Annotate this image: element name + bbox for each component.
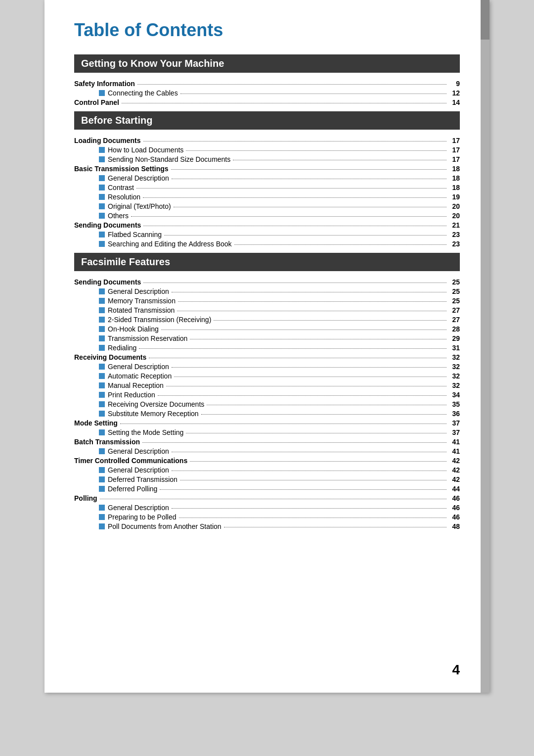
bullet-icon bbox=[99, 232, 105, 237]
bullet-icon bbox=[99, 429, 105, 435]
page-num: 31 bbox=[449, 344, 460, 352]
toc-entry-label: Preparing to be Polled bbox=[99, 513, 449, 521]
toc-entry: Mode Setting37 bbox=[74, 419, 460, 427]
toc-entry: On-Hook Dialing28 bbox=[74, 325, 460, 333]
bullet-icon bbox=[99, 326, 105, 332]
scrollbar-thumb[interactable] bbox=[481, 0, 490, 40]
entry-text: Rotated Transmission bbox=[108, 306, 175, 314]
page-num: 18 bbox=[449, 184, 460, 191]
dot-leader bbox=[190, 461, 446, 462]
bullet-icon bbox=[99, 392, 105, 398]
dot-leader bbox=[100, 499, 446, 499]
bullet-icon bbox=[99, 373, 105, 379]
entry-text: Print Reduction bbox=[108, 391, 155, 399]
toc-entry-label: Safety Information bbox=[74, 80, 449, 88]
bullet-icon bbox=[99, 335, 105, 341]
page-num: 36 bbox=[449, 410, 460, 418]
page-num: 17 bbox=[449, 146, 460, 154]
page-num: 41 bbox=[449, 438, 460, 446]
entry-text: Transmission Reservation bbox=[108, 334, 187, 342]
entry-text: Basic Transmission Settings bbox=[74, 165, 169, 173]
page-num: 32 bbox=[449, 381, 460, 389]
toc-entry: Setting the Mode Setting37 bbox=[74, 428, 460, 436]
dot-leader bbox=[233, 160, 446, 160]
page-num: 42 bbox=[449, 457, 460, 465]
toc-entry: Polling46 bbox=[74, 494, 460, 502]
toc-entry: General Description42 bbox=[74, 466, 460, 474]
toc-entry-label: Control Panel bbox=[74, 98, 449, 106]
dot-leader bbox=[186, 150, 446, 151]
page-num: 42 bbox=[449, 466, 460, 474]
toc-entry: Connecting the Cables12 bbox=[74, 89, 460, 97]
section-header-getting-to-know: Getting to Know Your Machine bbox=[74, 54, 460, 73]
dot-leader bbox=[143, 226, 446, 226]
toc-entry: How to Load Documents17 bbox=[74, 146, 460, 154]
page-num: 37 bbox=[449, 428, 460, 436]
entry-text: Contrast bbox=[108, 184, 134, 191]
toc-entry-label: General Description bbox=[99, 466, 449, 474]
entry-text: Manual Reception bbox=[108, 381, 164, 389]
toc-entry-label: Transmission Reservation bbox=[99, 334, 449, 342]
toc-entry: Memory Transmission25 bbox=[74, 297, 460, 305]
dot-leader bbox=[171, 169, 446, 170]
toc-entry-label: General Description bbox=[99, 447, 449, 455]
page-num: 28 bbox=[449, 325, 460, 333]
entry-text: Sending Documents bbox=[74, 278, 141, 286]
scrollbar[interactable] bbox=[481, 0, 490, 693]
toc-entry: Batch Transmission41 bbox=[74, 438, 460, 446]
page-num: 9 bbox=[449, 80, 460, 88]
page-num: 42 bbox=[449, 475, 460, 483]
toc-entry: Contrast18 bbox=[74, 184, 460, 191]
entry-text: General Description bbox=[108, 466, 169, 474]
bullet-icon bbox=[99, 298, 105, 304]
dot-leader bbox=[122, 103, 446, 103]
toc-entry: Rotated Transmission27 bbox=[74, 306, 460, 314]
section-header-facsimile-features: Facsimile Features bbox=[74, 253, 460, 271]
page-num: 18 bbox=[449, 174, 460, 182]
entry-text: Loading Documents bbox=[74, 137, 141, 144]
page-num: 19 bbox=[449, 193, 460, 201]
toc-entry-label: Connecting the Cables bbox=[99, 89, 449, 97]
dot-leader bbox=[137, 84, 446, 85]
dot-leader bbox=[172, 179, 446, 179]
toc-entry: General Description32 bbox=[74, 363, 460, 371]
toc-entry: General Description46 bbox=[74, 504, 460, 512]
toc-entry-label: Loading Documents bbox=[74, 137, 449, 144]
page-num: 27 bbox=[449, 316, 460, 324]
dot-leader bbox=[172, 452, 446, 452]
dot-leader bbox=[120, 424, 446, 424]
toc-entry: Timer Controlled Communications42 bbox=[74, 457, 460, 465]
bullet-icon bbox=[99, 156, 105, 162]
entry-text: Redialing bbox=[108, 344, 136, 352]
dot-leader bbox=[224, 527, 446, 527]
entry-text: Automatic Reception bbox=[108, 372, 172, 380]
page-num: 48 bbox=[449, 522, 460, 530]
toc-entry-label: Polling bbox=[74, 494, 449, 502]
page-num: 44 bbox=[449, 485, 460, 493]
dot-leader bbox=[214, 320, 446, 321]
page-num: 41 bbox=[449, 447, 460, 455]
toc-entry: General Description18 bbox=[74, 174, 460, 182]
bullet-icon bbox=[99, 476, 105, 482]
bullet-icon bbox=[99, 523, 105, 529]
entry-text: Original (Text/Photo) bbox=[108, 202, 171, 210]
toc-entry-label: Deferred Polling bbox=[99, 485, 449, 493]
dot-leader bbox=[172, 508, 446, 509]
entry-text: Resolution bbox=[108, 193, 140, 201]
toc-entry-label: General Description bbox=[99, 504, 449, 512]
entry-text: Sending Documents bbox=[74, 221, 141, 229]
entry-text: How to Load Documents bbox=[108, 146, 183, 154]
bullet-icon bbox=[99, 307, 105, 313]
bullet-icon bbox=[99, 448, 105, 454]
dot-leader bbox=[131, 216, 446, 217]
dot-leader bbox=[180, 480, 446, 480]
toc-entry: Preparing to be Polled46 bbox=[74, 513, 460, 521]
toc-entry-label: Manual Reception bbox=[99, 381, 449, 389]
toc-entry: Redialing31 bbox=[74, 344, 460, 352]
entry-text: Polling bbox=[74, 494, 97, 502]
bullet-icon bbox=[99, 185, 105, 190]
section-header-before-starting: Before Starting bbox=[74, 111, 460, 130]
dot-leader bbox=[186, 433, 446, 433]
dot-leader bbox=[149, 358, 446, 358]
dot-leader bbox=[180, 94, 446, 94]
